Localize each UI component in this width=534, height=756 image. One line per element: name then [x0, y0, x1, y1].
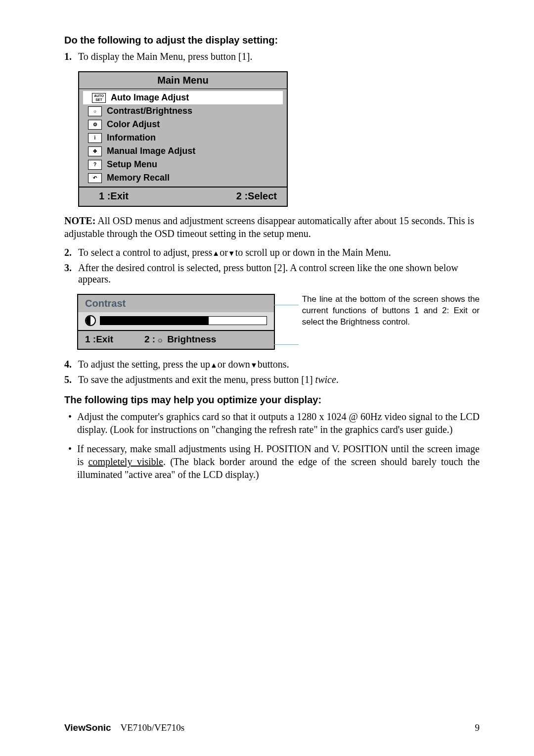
step-text: To display the Main Menu, press button […: [78, 51, 480, 62]
tip-bullet-2: If necessary, make small adjustments usi…: [64, 443, 480, 481]
page-footer: ViewSonic VE710b/VE710s 9: [64, 722, 480, 733]
osd-label: Memory Recall: [107, 173, 170, 183]
contrast-title: Contrast: [78, 295, 274, 312]
auto-set-icon: AUTOSET: [92, 93, 106, 103]
text-part: or down: [218, 359, 250, 370]
contrast-osd: Contrast 1 :Exit 2 :☼ Brightness: [77, 294, 275, 350]
osd-label: Contrast/Brightness: [107, 106, 192, 116]
text-part: .: [336, 374, 339, 385]
text-part: or: [220, 247, 228, 258]
osd-label: Manual Image Adjust: [107, 146, 195, 156]
contrast-slider-row: [78, 312, 274, 330]
step-number: 2.: [64, 247, 78, 258]
down-arrow-icon: [250, 359, 258, 370]
section-heading: The following tips may help you optimize…: [64, 394, 480, 406]
osd-row-memory-recall: ↶ Memory Recall: [79, 171, 287, 185]
manual-adjust-icon: ✥: [88, 146, 102, 156]
step-number: 3.: [64, 262, 78, 285]
contrast-footer-exit: 1 :Exit: [85, 334, 144, 345]
osd-row-contrast-brightness: ☼ Contrast/Brightness: [79, 104, 287, 118]
step-4: 4. To adjust the setting, press the upor…: [64, 359, 480, 370]
osd-row-information: i Information: [79, 131, 287, 144]
brightness-icon: ☼: [88, 106, 102, 116]
note-text: All OSD menus and adjustment screens dis…: [64, 215, 474, 239]
text-part: To select a control to adjust, press: [78, 247, 212, 258]
slider-fill: [100, 317, 209, 325]
memory-recall-icon: ↶: [88, 173, 102, 183]
osd-label: Color Adjust: [107, 119, 160, 130]
osd-title: Main Menu: [79, 72, 287, 89]
section-heading: Do the following to adjust the display s…: [64, 35, 480, 46]
color-adjust-icon: ⚙: [88, 120, 102, 130]
osd-row-manual-image-adjust: ✥ Manual Image Adjust: [79, 144, 287, 158]
up-arrow-icon: [210, 359, 218, 370]
osd-row-setup-menu: ? Setup Menu: [79, 158, 287, 171]
osd-label: Setup Menu: [107, 159, 157, 170]
text-underline: completely visible: [89, 456, 163, 467]
osd-row-color-adjust: ⚙ Color Adjust: [79, 118, 287, 131]
footer-model: VE710b/VE710s: [120, 722, 184, 733]
note-label: NOTE:: [64, 215, 95, 226]
step-2: 2. To select a control to adjust, presso…: [64, 247, 480, 258]
info-icon: i: [88, 133, 102, 143]
osd-footer-select: 2 :Select: [236, 190, 277, 202]
step-number: 5.: [64, 374, 78, 385]
callout-text: The line at the bottom of the screen sho…: [302, 294, 480, 328]
slider-track: [100, 316, 267, 325]
step-text: To select a control to adjust, pressorto…: [78, 247, 480, 258]
step-number: 1.: [64, 51, 78, 62]
step-5: 5. To save the adjustments and exit the …: [64, 374, 480, 385]
note-paragraph: NOTE: All OSD menus and adjustment scree…: [64, 215, 480, 240]
step-text: To save the adjustments and exit the men…: [78, 374, 480, 385]
step-text: After the desired control is selected, p…: [78, 262, 480, 285]
step-number: 4.: [64, 359, 78, 370]
page-number: 9: [475, 722, 480, 733]
text-part: to scroll up or down in the Main Menu.: [235, 247, 391, 258]
osd-footer: 1 :Exit 2 :Select: [79, 187, 287, 206]
up-arrow-icon: [212, 247, 220, 258]
text-part: To adjust the setting, press the up: [78, 359, 210, 370]
osd-row-auto-image-adjust: AUTOSET Auto Image Adjust: [83, 91, 283, 104]
text-emphasis: twice: [315, 374, 336, 385]
osd-label: Information: [107, 133, 156, 143]
step-1: 1. To display the Main Menu, press butto…: [64, 51, 480, 62]
contrast-footer: 1 :Exit 2 :☼ Brightness: [78, 330, 274, 349]
step-3: 3. After the desired control is selected…: [64, 262, 480, 285]
osd-body: AUTOSET Auto Image Adjust ☼ Contrast/Bri…: [79, 89, 287, 187]
contrast-icon: [85, 315, 96, 326]
setup-menu-icon: ?: [88, 160, 102, 170]
osd-label: Auto Image Adjust: [111, 93, 189, 103]
down-arrow-icon: [228, 247, 235, 258]
step-text: To adjust the setting, press the upor do…: [78, 359, 480, 370]
text-part: buttons.: [258, 359, 289, 370]
main-menu-osd: Main Menu AUTOSET Auto Image Adjust ☼ Co…: [78, 71, 288, 207]
contrast-footer-brightness: 2 :☼ Brightness: [144, 334, 216, 345]
text-part: To save the adjustments and exit the men…: [78, 374, 315, 385]
footer-brand: ViewSonic: [64, 722, 111, 733]
osd-footer-exit: 1 :Exit: [99, 190, 236, 202]
tip-bullet-1: Adjust the computer's graphics card so t…: [64, 411, 480, 436]
sun-icon: ☼: [156, 336, 164, 344]
